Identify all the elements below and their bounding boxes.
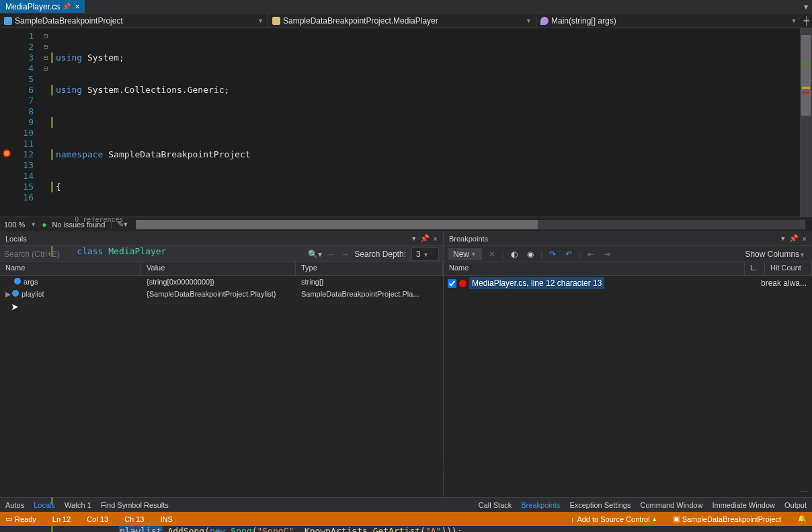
nav-breadcrumb: SampleDataBreakpointProject ▼ SampleData… <box>0 13 812 28</box>
nav-project-label: SampleDataBreakpointProject <box>15 16 123 26</box>
fold-margin[interactable]: ⊟⊟⊟⊟ <box>40 28 51 217</box>
pin-icon[interactable]: 📌 <box>63 3 71 10</box>
nav-project[interactable]: SampleDataBreakpointProject ▼ <box>0 13 268 28</box>
nav-method[interactable]: Main(string[] args) ▼ <box>536 13 801 28</box>
scrollbar-thumb[interactable] <box>136 220 538 229</box>
chevron-down-icon[interactable]: ▼ <box>30 221 36 228</box>
code-editor[interactable]: 12345678910111213141516 ⊟⊟⊟⊟ using Syste… <box>0 28 812 217</box>
variable-icon <box>14 278 21 284</box>
nav-method-label: Main(string[] args) <box>551 16 616 26</box>
line-numbers: 12345678910111213141516 <box>13 28 40 217</box>
glyph-margin[interactable] <box>0 28 13 217</box>
health-icon: ● <box>42 220 46 229</box>
chevron-down-icon[interactable]: ▼ <box>791 17 797 24</box>
expand-icon[interactable]: ▶ <box>5 290 11 299</box>
editor-scrollbar-h[interactable] <box>136 220 805 229</box>
locals-row[interactable]: args {string[0x00000000]} string[] <box>0 276 443 288</box>
window-menu-icon[interactable]: ▾ <box>800 0 812 13</box>
locals-grid[interactable]: args {string[0x00000000]} string[] ▶play… <box>0 276 443 497</box>
split-icon[interactable]: ╪ <box>801 16 812 26</box>
document-tabbar: MediaPlayer.cs 📌 × ▾ <box>0 0 812 13</box>
nav-class[interactable]: SampleDataBreakpointProject.MediaPlayer … <box>268 13 536 28</box>
breakpoint-checkbox[interactable] <box>448 279 456 288</box>
zoom-level[interactable]: 100 % <box>4 221 25 229</box>
close-icon[interactable]: × <box>75 2 79 11</box>
tab-autos[interactable]: Autos <box>5 501 24 509</box>
file-tab[interactable]: MediaPlayer.cs 📌 × <box>0 0 85 13</box>
variable-icon <box>12 290 19 297</box>
locals-title: Locals <box>5 235 27 243</box>
breakpoint-hitcount: break alwa... <box>761 278 808 288</box>
locals-row[interactable]: ▶playlist {SampleDataBreakpointProject.P… <box>0 288 443 300</box>
status-ready: ▭ Ready <box>5 515 36 523</box>
class-icon <box>272 17 280 25</box>
csharp-icon <box>4 17 12 25</box>
breakpoint-row[interactable]: MediaPlayer.cs, line 12 character 13 bre… <box>444 276 812 291</box>
editor-scrollbar-v[interactable] <box>800 28 812 217</box>
method-icon <box>540 17 549 25</box>
breakpoint-glyph[interactable] <box>3 149 11 157</box>
breakpoints-grid[interactable]: MediaPlayer.cs, line 12 character 13 bre… <box>444 276 812 488</box>
chevron-down-icon[interactable]: ▼ <box>526 17 532 24</box>
breakpoint-label[interactable]: MediaPlayer.cs, line 12 character 13 <box>469 277 604 289</box>
nav-class-label: SampleDataBreakpointProject.MediaPlayer <box>283 16 438 26</box>
chevron-down-icon[interactable]: ▼ <box>257 17 263 24</box>
code-area[interactable]: using System; using System.Collections.G… <box>51 28 812 217</box>
breakpoint-icon <box>459 280 466 287</box>
tab-title: MediaPlayer.cs <box>5 2 60 11</box>
